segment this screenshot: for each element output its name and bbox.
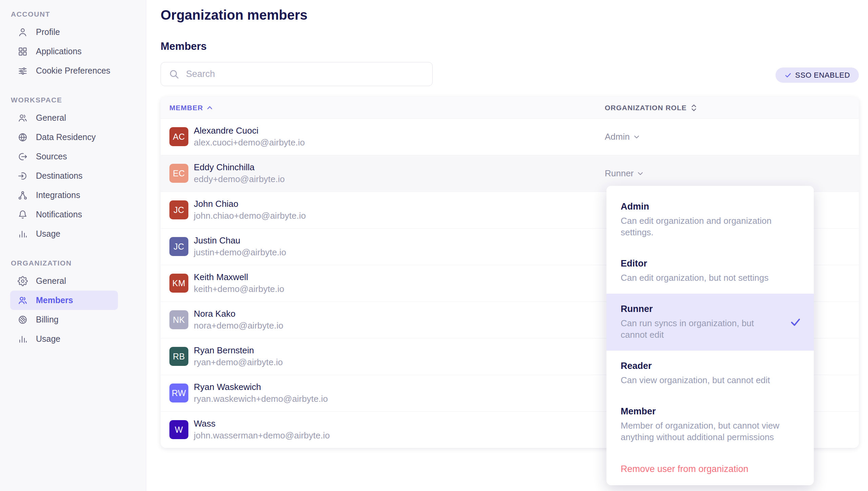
role-option-title: Editor	[621, 258, 800, 269]
sidebar-item-label: Billing	[36, 315, 59, 325]
sidebar-item-data-residency[interactable]: Data Residency	[10, 127, 118, 147]
avatar: JC	[169, 200, 188, 219]
sidebar-item-label: Usage	[36, 334, 60, 344]
member-name: Keith Maxwell	[194, 272, 248, 283]
sidebar-section-account: ACCOUNT Profile Applications Cookie Pref…	[0, 10, 146, 80]
avatar-initials: AC	[173, 132, 185, 142]
member-email: alex.cuoci+demo@airbyte.io	[194, 137, 305, 148]
role-option-reader[interactable]: Reader Can view organization, but cannot…	[606, 351, 814, 396]
avatar-initials: EC	[173, 169, 185, 178]
avatar-initials: JC	[173, 242, 184, 252]
role-option-admin[interactable]: Admin Can edit organization and organiza…	[606, 191, 814, 248]
sidebar-item-destinations[interactable]: Destinations	[10, 166, 118, 185]
avatar: RW	[169, 384, 188, 402]
sidebar-item-integrations[interactable]: Integrations	[10, 185, 118, 205]
role-option-member[interactable]: Member Member of organization, but canno…	[606, 396, 814, 453]
sidebar-item-cookie-preferences[interactable]: Cookie Preferences	[10, 61, 118, 80]
avatar-initials: RB	[173, 352, 185, 361]
member-name: Eddy Chinchilla	[194, 162, 254, 173]
column-label: MEMBER	[169, 104, 203, 112]
sidebar-item-label: Cookie Preferences	[36, 66, 110, 76]
sliders-icon	[18, 66, 28, 76]
selected-check-icon	[789, 316, 802, 330]
role-option-title: Reader	[621, 361, 800, 371]
grid-icon	[18, 46, 28, 57]
role-option-description: Member of organization, but cannot view …	[621, 420, 800, 443]
member-name: Ryan Bernstein	[194, 345, 254, 356]
member-email: john.chiao+demo@airbyte.io	[194, 210, 306, 221]
sidebar-item-workspace-general[interactable]: General	[10, 108, 118, 127]
member-email: ryan+demo@airbyte.io	[194, 357, 283, 368]
sidebar-item-applications[interactable]: Applications	[10, 42, 118, 61]
search-icon	[168, 68, 180, 80]
section-label-organization: ORGANIZATION	[11, 259, 146, 267]
column-header-organization-role[interactable]: ORGANIZATION ROLE	[605, 97, 697, 118]
sidebar-item-label: Integrations	[36, 190, 80, 200]
sidebar-item-notifications[interactable]: Notifications	[10, 205, 118, 224]
sidebar-item-label: General	[36, 113, 66, 123]
avatar-initials: NK	[173, 315, 185, 325]
sidebar-item-label: Profile	[36, 27, 60, 37]
role-option-description: Can edit organization, but not settings	[621, 272, 800, 283]
person-icon	[18, 27, 28, 37]
sidebar-item-profile[interactable]: Profile	[10, 22, 118, 42]
bell-icon	[18, 210, 28, 220]
avatar: JC	[169, 237, 188, 256]
section-label-account: ACCOUNT	[11, 10, 146, 18]
gear-icon	[18, 276, 28, 286]
page-title: Organization members	[161, 7, 307, 23]
sidebar-item-org-general[interactable]: General	[10, 271, 118, 291]
search-input[interactable]	[185, 68, 432, 80]
member-name: Wass	[194, 418, 215, 429]
avatar: AC	[169, 127, 188, 146]
members-section-title: Members	[161, 40, 207, 53]
column-header-member[interactable]: MEMBER	[169, 97, 212, 118]
people-icon	[18, 113, 28, 123]
member-email: nora+demo@airbyte.io	[194, 320, 283, 331]
member-name: Ryan Waskewich	[194, 381, 261, 393]
chevron-down-icon	[634, 135, 639, 139]
avatar-initials: W	[175, 425, 183, 435]
member-email: keith+demo@airbyte.io	[194, 283, 284, 295]
sidebar-item-billing[interactable]: Billing	[10, 310, 118, 329]
avatar: KM	[169, 274, 188, 293]
check-icon	[784, 72, 792, 79]
sso-badge-label: SSO ENABLED	[795, 71, 850, 80]
source-arrow-icon	[18, 152, 28, 162]
role-option-description: Can run syncs in organization, but canno…	[621, 317, 780, 340]
sidebar-item-label: Sources	[36, 152, 67, 161]
role-option-editor[interactable]: Editor Can edit organization, but not se…	[606, 248, 814, 294]
sidebar-item-label: Data Residency	[36, 132, 96, 142]
coin-icon	[18, 315, 28, 325]
member-name: Justin Chau	[194, 235, 240, 246]
sort-both-icon	[691, 104, 697, 112]
role-option-title: Runner	[621, 304, 800, 314]
avatar-initials: KM	[172, 278, 186, 288]
sidebar-item-sources[interactable]: Sources	[10, 147, 118, 166]
bar-chart-icon	[18, 334, 28, 344]
bar-chart-icon	[18, 229, 28, 239]
table-row: AC Alexandre Cuoci alex.cuoci+demo@airby…	[161, 119, 859, 155]
sidebar-item-org-usage[interactable]: Usage	[10, 329, 118, 349]
sidebar-item-label: Members	[36, 295, 73, 305]
avatar: NK	[169, 310, 188, 329]
sidebar-section-workspace: WORKSPACE General Data Residency Sources…	[0, 96, 146, 243]
role-select[interactable]: Admin	[605, 119, 639, 155]
role-dropdown-menu: Admin Can edit organization and organiza…	[606, 186, 814, 485]
member-search	[161, 62, 433, 86]
sidebar-item-members[interactable]: Members	[10, 291, 118, 310]
member-email: eddy+demo@airbyte.io	[194, 174, 285, 185]
role-option-description: Can view organization, but cannot edit	[621, 374, 800, 386]
sidebar-item-label: Notifications	[36, 210, 82, 219]
sidebar-item-workspace-usage[interactable]: Usage	[10, 224, 118, 243]
nodes-icon	[18, 190, 28, 200]
role-option-description: Can edit organization and organization s…	[621, 215, 800, 238]
remove-user-action[interactable]: Remove user from organization	[606, 453, 814, 480]
member-name: Nora Kako	[194, 308, 235, 319]
role-option-title: Admin	[621, 201, 800, 212]
main-content: Organization members Members SSO ENABLED…	[146, 0, 868, 491]
member-name: Alexandre Cuoci	[194, 125, 259, 136]
avatar: W	[169, 420, 188, 439]
table-header: MEMBER ORGANIZATION ROLE	[161, 97, 859, 119]
role-option-runner[interactable]: Runner Can run syncs in organization, bu…	[606, 294, 814, 351]
